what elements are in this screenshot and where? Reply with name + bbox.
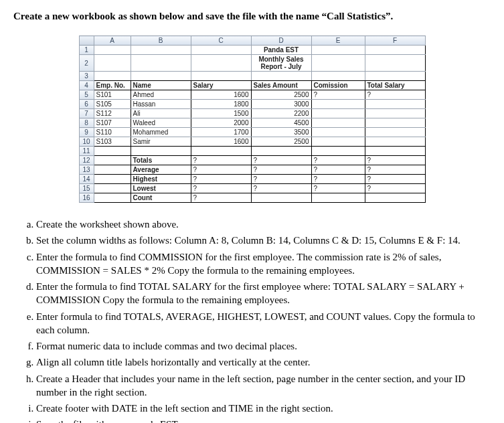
column-header-F: F [365, 36, 425, 46]
row-header: 1 [79, 46, 94, 55]
data-cell: 1700 [191, 128, 251, 137]
data-cell: Waleed [131, 118, 191, 128]
summary-cell: ? [311, 175, 365, 184]
summary-cell: ? [191, 156, 251, 165]
data-cell: 3500 [251, 128, 311, 137]
instruction-item: Enter formula to find TOTALS, AVERAGE, H… [36, 310, 491, 337]
data-cell: 1800 [191, 100, 251, 109]
instruction-item: Format numeric data to include commas an… [36, 339, 491, 353]
summary-cell: ? [191, 165, 251, 175]
cell [311, 55, 365, 72]
title-monthly-report: Monthly Sales Report - July [251, 55, 311, 72]
column-header-A: A [94, 36, 131, 46]
summary-cell: ? [191, 193, 251, 203]
data-cell [311, 109, 365, 118]
cell [191, 55, 251, 72]
cell [131, 46, 191, 55]
cell [365, 55, 425, 72]
summary-cell [94, 184, 131, 193]
data-cell [365, 128, 425, 137]
instruction-list: Create the worksheet shown above.Set the… [13, 218, 491, 423]
data-cell [311, 118, 365, 128]
cell [94, 55, 131, 72]
column-title: Salary [191, 81, 251, 90]
summary-cell [94, 193, 131, 203]
cell [365, 46, 425, 55]
data-cell: 1600 [191, 137, 251, 147]
row-header: 16 [79, 193, 94, 203]
data-cell: S107 [94, 118, 131, 128]
summary-cell: ? [311, 156, 365, 165]
summary-cell: ? [365, 175, 425, 184]
spreadsheet: ABCDEF1Panda EST2Monthly Sales Report - … [13, 35, 491, 203]
summary-cell: ? [251, 156, 311, 165]
data-cell: 1500 [191, 109, 251, 118]
cell [311, 46, 365, 55]
column-title: Total Salary [365, 81, 425, 90]
data-cell: S110 [94, 128, 131, 137]
data-cell: S105 [94, 100, 131, 109]
cell [311, 147, 365, 156]
data-cell [365, 118, 425, 128]
data-cell: ? [365, 90, 425, 100]
instruction-item: Align all column title labels horizontal… [36, 355, 491, 369]
data-cell: Mohammed [131, 128, 191, 137]
column-header-E: E [311, 36, 365, 46]
cell [311, 72, 365, 81]
row-header: 12 [79, 156, 94, 165]
summary-label: Totals [131, 156, 191, 165]
row-header: 5 [79, 90, 94, 100]
data-cell: 2500 [251, 137, 311, 147]
column-title: Emp. No. [94, 81, 131, 90]
instruction-item: Create a Header that includes your name … [36, 372, 491, 400]
row-header: 8 [79, 118, 94, 128]
instruction-item: Enter the formula to find COMMISSION for… [36, 250, 491, 278]
data-cell: 4500 [251, 118, 311, 128]
column-title: Sales Amount [251, 81, 311, 90]
data-cell [365, 100, 425, 109]
spreadsheet-table: ABCDEF1Panda EST2Monthly Sales Report - … [79, 35, 426, 203]
cell [131, 72, 191, 81]
row-header: 13 [79, 165, 94, 175]
cell [191, 72, 251, 81]
data-cell: Ali [131, 109, 191, 118]
summary-label: Average [131, 165, 191, 175]
data-cell: ? [311, 90, 365, 100]
summary-cell: ? [365, 184, 425, 193]
instruction-item: Save the file with name panda EST. [36, 418, 491, 423]
data-cell [365, 109, 425, 118]
cell [191, 46, 251, 55]
page-intro: Create a new workbook as shown below and… [13, 11, 491, 22]
column-title: Comission [311, 81, 365, 90]
summary-cell: ? [191, 184, 251, 193]
cell [191, 147, 251, 156]
cell [94, 72, 131, 81]
column-header-D: D [251, 36, 311, 46]
row-header: 11 [79, 147, 94, 156]
row-header: 2 [79, 55, 94, 72]
data-cell: 3000 [251, 100, 311, 109]
data-cell: Ahmed [131, 90, 191, 100]
data-cell: 1600 [191, 90, 251, 100]
data-cell: Samir [131, 137, 191, 147]
row-header: 9 [79, 128, 94, 137]
summary-label: Count [131, 193, 191, 203]
summary-cell [94, 156, 131, 165]
data-cell [311, 137, 365, 147]
instruction-item: Enter the formula to find TOTAL SALARY f… [36, 280, 491, 307]
summary-cell: ? [365, 165, 425, 175]
column-header-C: C [191, 36, 251, 46]
column-title: Name [131, 81, 191, 90]
data-cell [365, 137, 425, 147]
cell [365, 72, 425, 81]
summary-label: Lowest [131, 184, 191, 193]
cell [131, 147, 191, 156]
summary-cell: ? [311, 165, 365, 175]
summary-cell [251, 193, 311, 203]
row-header: 10 [79, 137, 94, 147]
data-cell: 2500 [251, 90, 311, 100]
summary-cell [94, 165, 131, 175]
instruction-item: Create footer with DATE in the left sect… [36, 402, 491, 415]
row-header: 15 [79, 184, 94, 193]
title-panda-est: Panda EST [251, 46, 311, 55]
